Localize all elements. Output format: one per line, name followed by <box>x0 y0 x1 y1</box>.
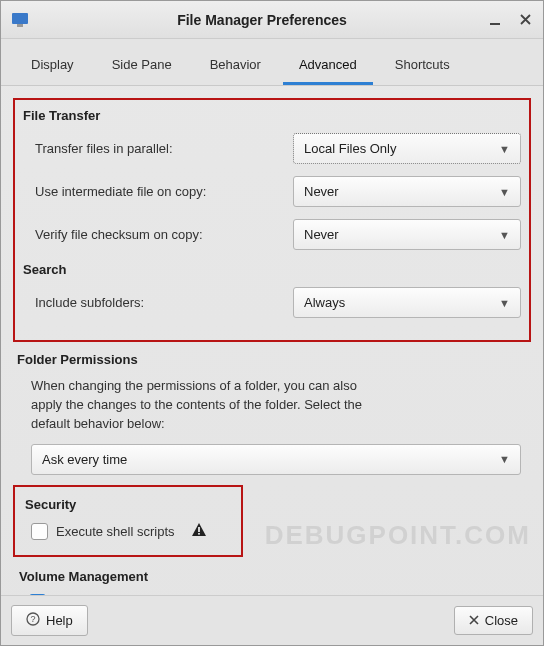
window-controls <box>487 12 533 28</box>
highlight-box-2: Security Execute shell scripts <box>13 485 243 557</box>
row-verify-checksum: Verify file checksum on copy: Never ▼ <box>35 219 521 250</box>
watermark: DEBUGPOINT.COM <box>265 520 531 551</box>
content-area: File Transfer Transfer files in parallel… <box>1 86 543 595</box>
volume-management-section: Volume Management Enable Volume Manageme… <box>13 569 531 595</box>
chevron-down-icon: ▼ <box>499 229 510 241</box>
file-transfer-heading: File Transfer <box>23 108 521 123</box>
chevron-down-icon: ▼ <box>499 453 510 465</box>
folder-permissions-dropdown[interactable]: Ask every time ▼ <box>31 444 521 475</box>
row-enable-volume: Enable Volume Management <box>29 594 527 595</box>
svg-rect-1 <box>17 24 23 27</box>
chevron-down-icon: ▼ <box>499 297 510 309</box>
tab-behavior[interactable]: Behavior <box>194 47 277 85</box>
include-subfolders-value: Always <box>304 295 345 310</box>
dialog-footer: ? Help Close <box>1 595 543 645</box>
svg-rect-2 <box>490 23 500 25</box>
svg-rect-3 <box>198 527 200 532</box>
close-icon <box>469 613 479 628</box>
row-execute-scripts: Execute shell scripts <box>31 522 229 541</box>
row-intermediate-file: Use intermediate file on copy: Never ▼ <box>35 176 521 207</box>
verify-checksum-label: Verify file checksum on copy: <box>35 227 285 242</box>
preferences-window: File Manager Preferences Display Side Pa… <box>0 0 544 646</box>
execute-scripts-label: Execute shell scripts <box>56 524 175 539</box>
row-transfer-parallel: Transfer files in parallel: Local Files … <box>35 133 521 164</box>
tab-bar: Display Side Pane Behavior Advanced Shor… <box>1 39 543 86</box>
close-button-label: Close <box>485 613 518 628</box>
minimize-button[interactable] <box>487 12 503 28</box>
highlight-box-1: File Transfer Transfer files in parallel… <box>13 98 531 342</box>
help-icon: ? <box>26 612 40 629</box>
tab-advanced[interactable]: Advanced <box>283 47 373 85</box>
security-heading: Security <box>25 497 229 512</box>
row-include-subfolders: Include subfolders: Always ▼ <box>35 287 521 318</box>
svg-rect-0 <box>12 13 28 24</box>
app-icon <box>11 11 29 29</box>
folder-permissions-section: Folder Permissions When changing the per… <box>17 352 531 475</box>
tab-shortcuts[interactable]: Shortcuts <box>379 47 466 85</box>
folder-permissions-heading: Folder Permissions <box>17 352 531 367</box>
enable-volume-checkbox[interactable] <box>29 594 46 595</box>
help-button[interactable]: ? Help <box>11 605 88 636</box>
folder-permissions-description: When changing the permissions of a folde… <box>31 377 391 434</box>
verify-checksum-value: Never <box>304 227 339 242</box>
tab-display[interactable]: Display <box>15 47 90 85</box>
close-button[interactable]: Close <box>454 606 533 635</box>
folder-permissions-value: Ask every time <box>42 452 127 467</box>
warning-icon <box>191 522 207 541</box>
execute-scripts-checkbox[interactable] <box>31 523 48 540</box>
transfer-parallel-label: Transfer files in parallel: <box>35 141 285 156</box>
help-button-label: Help <box>46 613 73 628</box>
volume-heading: Volume Management <box>19 569 527 584</box>
titlebar: File Manager Preferences <box>1 1 543 39</box>
transfer-parallel-value: Local Files Only <box>304 141 396 156</box>
transfer-parallel-dropdown[interactable]: Local Files Only ▼ <box>293 133 521 164</box>
include-subfolders-dropdown[interactable]: Always ▼ <box>293 287 521 318</box>
chevron-down-icon: ▼ <box>499 143 510 155</box>
tab-side-pane[interactable]: Side Pane <box>96 47 188 85</box>
include-subfolders-label: Include subfolders: <box>35 295 285 310</box>
svg-rect-4 <box>198 533 200 535</box>
chevron-down-icon: ▼ <box>499 186 510 198</box>
search-heading: Search <box>23 262 521 277</box>
verify-checksum-dropdown[interactable]: Never ▼ <box>293 219 521 250</box>
svg-text:?: ? <box>30 614 35 624</box>
close-window-button[interactable] <box>517 12 533 28</box>
window-title: File Manager Preferences <box>37 12 487 28</box>
intermediate-file-label: Use intermediate file on copy: <box>35 184 285 199</box>
intermediate-file-value: Never <box>304 184 339 199</box>
intermediate-file-dropdown[interactable]: Never ▼ <box>293 176 521 207</box>
